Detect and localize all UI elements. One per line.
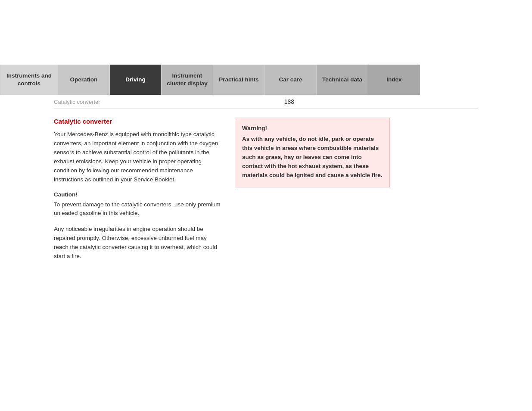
tab-technical-data[interactable]: Technical data (317, 65, 368, 95)
tab-operation[interactable]: Operation (58, 65, 110, 95)
page-number: 188 (284, 98, 294, 105)
navigation-tabs: Instruments and controls Operation Drivi… (0, 65, 532, 95)
breadcrumb: Catalytic converter (54, 99, 100, 105)
tab-label-driving: Driving (125, 76, 146, 84)
page-info-bar: Catalytic converter 188 (54, 95, 478, 109)
tab-label-practical-hints: Practical hints (219, 76, 258, 84)
tab-car-care[interactable]: Car care (265, 65, 317, 95)
tab-label-car-care: Car care (279, 76, 302, 84)
tab-label-instrument-cluster: Instrument cluster display (167, 72, 208, 87)
tab-instrument-cluster-display[interactable]: Instrument cluster display (162, 65, 213, 95)
main-content: Catalytic converter Your Mercedes-Benz i… (54, 109, 478, 268)
tab-instruments-and-controls[interactable]: Instruments and controls (0, 65, 58, 95)
right-column: Warning! As with any vehicle, do not idl… (235, 118, 390, 268)
warning-box: Warning! As with any vehicle, do not idl… (235, 118, 390, 187)
warning-text: As with any vehicle, do not idle, park o… (242, 135, 383, 180)
section-title: Catalytic converter (54, 118, 222, 125)
intro-paragraph: Your Mercedes-Benz is equipped with mono… (54, 130, 222, 184)
tab-practical-hints[interactable]: Practical hints (213, 65, 265, 95)
warning-label: Warning! (242, 125, 383, 131)
tab-label-instruments: Instruments and controls (6, 72, 53, 87)
tab-label-technical-data: Technical data (322, 76, 362, 84)
left-column: Catalytic converter Your Mercedes-Benz i… (54, 118, 222, 268)
caution-text-2: Any noticeable irregularities in engine … (54, 225, 222, 261)
tab-driving[interactable]: Driving (110, 65, 162, 95)
caution-label: Caution! (54, 191, 222, 198)
tab-label-operation: Operation (70, 76, 98, 84)
tab-index[interactable]: Index (368, 65, 420, 95)
caution-text-1: To prevent damage to the catalytic conve… (54, 200, 222, 218)
tab-label-index: Index (386, 76, 401, 84)
